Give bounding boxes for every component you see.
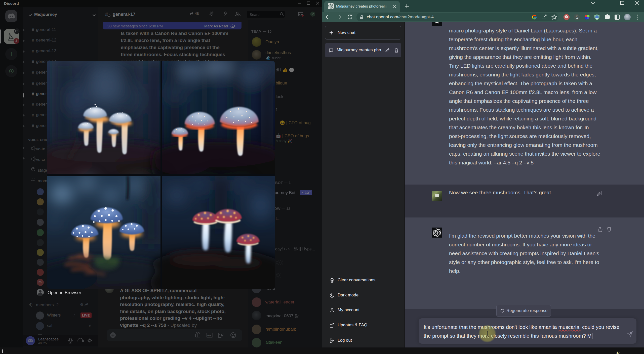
- svg-text:#: #: [32, 92, 34, 97]
- svg-text:#: #: [32, 81, 34, 86]
- svg-text:#: #: [32, 38, 34, 43]
- svg-text:S: S: [576, 15, 578, 20]
- svg-text:#: #: [105, 12, 108, 17]
- svg-text:GIF: GIF: [207, 334, 211, 337]
- svg-text:?: ?: [312, 12, 314, 16]
- svg-text:#: #: [32, 28, 34, 32]
- svg-text:#: #: [32, 49, 34, 54]
- svg-text:#: #: [32, 60, 34, 64]
- svg-text:48: 48: [195, 11, 199, 16]
- svg-text:#: #: [32, 70, 34, 75]
- svg-text:#: #: [32, 124, 34, 128]
- svg-text:#: #: [32, 102, 34, 107]
- svg-text:#: #: [32, 113, 34, 118]
